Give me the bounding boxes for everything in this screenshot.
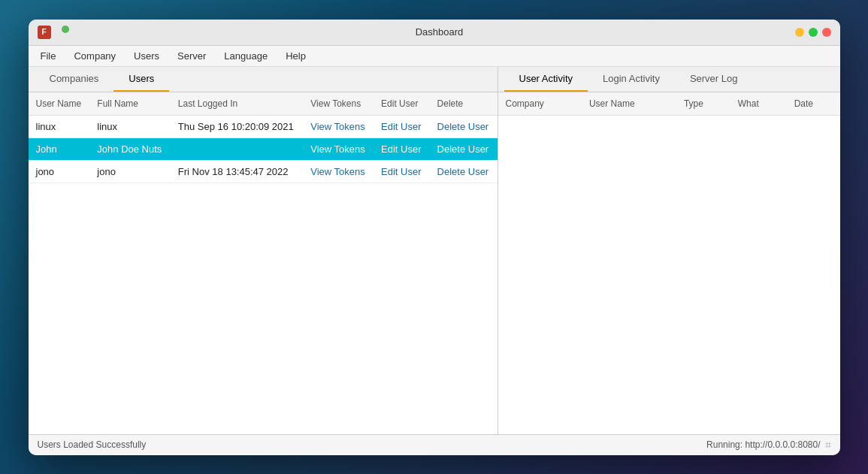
- col-date: Date: [787, 92, 840, 116]
- close-button[interactable]: [822, 28, 831, 37]
- tab-users[interactable]: Users: [113, 67, 169, 92]
- right-panel: User Activity Login Activity Server Log …: [498, 67, 840, 434]
- cell-last-logged-in: Fri Nov 18 13:45:47 2022: [171, 160, 303, 183]
- col-what: What: [730, 92, 787, 116]
- edit-user-button[interactable]: Edit User: [381, 143, 421, 155]
- main-content: Companies Users User Name Full Name Last…: [29, 67, 840, 434]
- col-username: User Name: [582, 92, 676, 116]
- cell-fullname: John Doe Nuts: [89, 137, 171, 160]
- delete-user-button[interactable]: Delete User: [437, 166, 489, 177]
- status-right-text: Running: http://0.0.0.0:8080/: [706, 439, 820, 450]
- view-tokens-button[interactable]: View Tokens: [310, 166, 365, 177]
- users-table: User Name Full Name Last Logged In View …: [29, 92, 498, 183]
- menu-help[interactable]: Help: [283, 49, 309, 63]
- users-table-container: User Name Full Name Last Logged In View …: [29, 92, 498, 434]
- edit-user-button[interactable]: Edit User: [381, 166, 421, 177]
- edit-user-button[interactable]: Edit User: [381, 121, 421, 132]
- cell-last-logged-in: [171, 137, 303, 160]
- col-fullname: Full Name: [89, 92, 171, 116]
- view-tokens-button[interactable]: View Tokens: [310, 143, 365, 155]
- col-delete: Delete: [430, 92, 498, 116]
- table-row[interactable]: jono jono Fri Nov 18 13:45:47 2022 View …: [29, 160, 498, 183]
- minimize-button[interactable]: [795, 28, 804, 37]
- cell-view-tokens: View Tokens: [303, 115, 374, 137]
- cell-edit-user: Edit User: [374, 160, 430, 183]
- activity-table-container: Company User Name Type What Date: [498, 92, 840, 434]
- cell-edit-user: Edit User: [374, 137, 430, 160]
- delete-user-button[interactable]: Delete User: [437, 121, 489, 132]
- cell-edit-user: Edit User: [374, 115, 430, 137]
- maximize-button[interactable]: [809, 28, 818, 37]
- menu-users[interactable]: Users: [131, 49, 162, 63]
- tab-login-activity[interactable]: Login Activity: [588, 67, 675, 92]
- titlebar-buttons: F: [38, 26, 75, 39]
- left-panel: Companies Users User Name Full Name Last…: [29, 67, 498, 434]
- left-tabs: Companies Users: [29, 67, 498, 92]
- titlebar: F Dashboard: [29, 20, 840, 46]
- right-tabs: User Activity Login Activity Server Log: [498, 67, 840, 92]
- cell-username: linux: [29, 115, 90, 137]
- col-type: Type: [676, 92, 730, 116]
- menu-company[interactable]: Company: [71, 49, 119, 63]
- tab-server-log[interactable]: Server Log: [675, 67, 753, 92]
- menu-file[interactable]: File: [38, 49, 59, 63]
- view-tokens-button[interactable]: View Tokens: [310, 121, 365, 132]
- cell-fullname: linux: [89, 115, 171, 137]
- menubar: File Company Users Server Language Help: [29, 46, 840, 67]
- window-controls: [795, 28, 831, 37]
- cell-view-tokens: View Tokens: [303, 160, 374, 183]
- cell-username: John: [29, 137, 90, 160]
- col-last-logged-in: Last Logged In: [171, 92, 303, 116]
- menu-server[interactable]: Server: [174, 49, 209, 63]
- cell-view-tokens: View Tokens: [303, 137, 374, 160]
- delete-user-button[interactable]: Delete User: [437, 143, 489, 155]
- status-right: Running: http://0.0.0.0:8080/ ⌗: [706, 439, 830, 451]
- cell-username: jono: [29, 160, 90, 183]
- col-view-tokens: View Tokens: [303, 92, 374, 116]
- cell-delete: Delete User: [430, 115, 498, 137]
- cell-delete: Delete User: [430, 137, 498, 160]
- cell-fullname: jono: [89, 160, 171, 183]
- resize-icon: ⌗: [825, 439, 831, 451]
- statusbar: Users Loaded Successfully Running: http:…: [29, 434, 840, 455]
- menu-language[interactable]: Language: [221, 49, 271, 63]
- tab-user-activity[interactable]: User Activity: [504, 67, 588, 92]
- col-company: Company: [498, 92, 582, 116]
- cell-delete: Delete User: [430, 160, 498, 183]
- col-edit-user: Edit User: [374, 92, 430, 116]
- titlebar-title: Dashboard: [84, 26, 795, 38]
- activity-table: Company User Name Type What Date: [498, 92, 840, 116]
- app-status-dot: [62, 26, 69, 33]
- cell-last-logged-in: Thu Sep 16 10:20:09 2021: [171, 115, 303, 137]
- tab-companies[interactable]: Companies: [35, 67, 114, 92]
- status-left: Users Loaded Successfully: [38, 439, 147, 450]
- app-icon: F: [38, 26, 51, 39]
- col-username: User Name: [29, 92, 90, 116]
- table-row[interactable]: John John Doe Nuts View Tokens Edit User…: [29, 137, 498, 160]
- main-window: F Dashboard File Company Users Server La…: [29, 20, 840, 455]
- table-row[interactable]: linux linux Thu Sep 16 10:20:09 2021 Vie…: [29, 115, 498, 137]
